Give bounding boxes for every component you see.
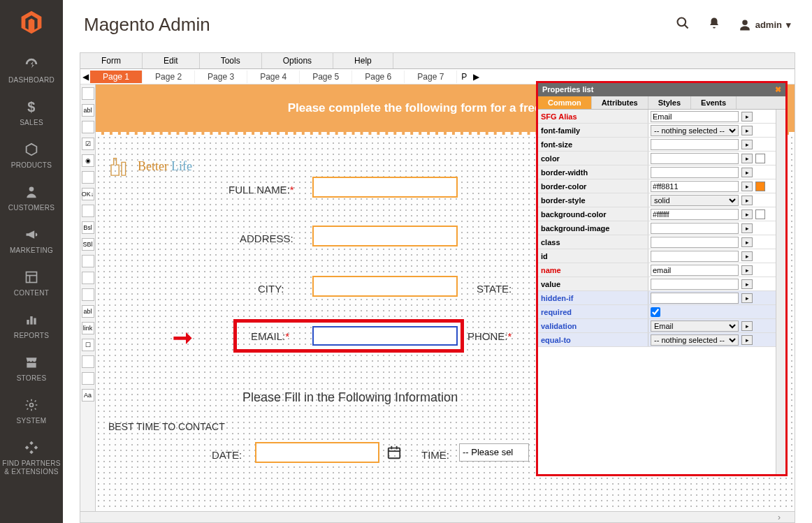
tool-6[interactable]: OK↓ [82, 188, 94, 200]
sidebar-item-content[interactable]: CONTENT [0, 262, 63, 304]
sidebar-item-reports[interactable]: REPORTS [0, 304, 63, 347]
prop-launch-icon[interactable]: ▸ [741, 112, 753, 121]
properties-titlebar[interactable]: Properties list ✖ [538, 84, 785, 96]
prop-input[interactable] [651, 265, 739, 276]
sidebar-item-partners[interactable]: FIND PARTNERS & EXTENSIONS [0, 432, 63, 483]
tool-17[interactable] [82, 372, 94, 385]
properties-tab-events[interactable]: Events [691, 96, 737, 109]
tool-16[interactable] [82, 355, 94, 368]
prop-launch-icon[interactable]: ▸ [741, 140, 753, 149]
input-full-name[interactable] [312, 177, 458, 198]
prop-launch-icon[interactable]: ▸ [741, 251, 753, 261]
menu-tools[interactable]: Tools [200, 53, 262, 68]
tool-2[interactable] [82, 121, 94, 133]
search-icon[interactable] [676, 16, 690, 34]
page-tab-4[interactable]: Page 4 [247, 71, 300, 83]
page-tab-3[interactable]: Page 3 [195, 71, 247, 83]
prop-select[interactable]: solid [651, 195, 739, 206]
page-tab-7[interactable]: Page 7 [405, 71, 457, 83]
color-swatch[interactable] [755, 182, 765, 191]
prop-launch-icon[interactable]: ▸ [741, 293, 753, 303]
page-tab-5[interactable]: Page 5 [300, 71, 352, 83]
page-next-arrow[interactable]: ▶ [471, 72, 481, 82]
tool-12[interactable] [82, 288, 94, 301]
sidebar-item-marketing[interactable]: MARKETING [0, 219, 63, 262]
tool-1[interactable]: abl [82, 104, 94, 117]
input-email[interactable] [312, 326, 458, 346]
prop-select[interactable]: Email [651, 321, 739, 332]
tool-0[interactable] [82, 87, 94, 100]
color-swatch[interactable] [755, 209, 765, 219]
tool-8[interactable]: Bsl [82, 221, 94, 234]
tool-4[interactable]: ◉ [82, 154, 94, 167]
prop-launch-icon[interactable]: ▸ [741, 223, 753, 233]
prop-launch-icon[interactable]: ▸ [741, 126, 753, 135]
prop-input[interactable] [651, 251, 739, 262]
prop-input[interactable] [651, 237, 739, 248]
prop-input[interactable] [651, 139, 739, 150]
calendar-icon[interactable] [386, 445, 402, 462]
tool-9[interactable]: SBl [82, 238, 94, 251]
prop-input[interactable] [651, 293, 739, 304]
editor-horizontal-scrollbar[interactable]: › [80, 511, 795, 522]
prop-select[interactable]: -- nothing selected -- [651, 125, 739, 136]
tool-15[interactable]: ☐ [82, 339, 94, 351]
input-date[interactable] [255, 442, 379, 463]
prop-launch-icon[interactable]: ▸ [741, 265, 753, 275]
sidebar-item-products[interactable]: PRODUCTS [0, 134, 63, 177]
sidebar-item-dashboard[interactable]: DASHBOARD [0, 49, 63, 91]
prop-input[interactable] [651, 167, 739, 178]
input-address[interactable] [312, 226, 458, 246]
page-tab-6[interactable]: Page 6 [352, 71, 405, 83]
tool-10[interactable] [82, 255, 94, 267]
sales-icon: $ [23, 98, 40, 115]
prop-input[interactable] [651, 223, 739, 234]
prop-input[interactable] [651, 279, 739, 290]
prop-select[interactable]: -- nothing selected -- [651, 334, 739, 346]
properties-grid: SFG Alias▸font-family-- nothing selected… [538, 110, 776, 474]
page-prev-arrow[interactable]: ◀ [80, 72, 90, 82]
prop-input[interactable] [651, 111, 739, 122]
notification-bell-icon[interactable] [708, 17, 720, 33]
sidebar-item-system[interactable]: SYSTEM [0, 390, 63, 432]
menu-edit[interactable]: Edit [143, 53, 200, 68]
tool-13[interactable]: abl [82, 305, 94, 318]
tool-18[interactable]: Aa [82, 389, 94, 402]
prop-checkbox[interactable] [651, 307, 660, 317]
select-time[interactable]: -- Please sel [459, 443, 529, 462]
properties-close-icon[interactable]: ✖ [775, 85, 781, 94]
menu-options[interactable]: Options [262, 53, 333, 68]
prop-launch-icon[interactable]: ▸ [741, 321, 753, 331]
color-swatch[interactable] [755, 154, 765, 163]
sidebar-item-customers[interactable]: CUSTOMERS [0, 177, 63, 219]
menu-form[interactable]: Form [80, 53, 143, 68]
page-tab-2[interactable]: Page 2 [143, 71, 195, 83]
prop-launch-icon[interactable]: ▸ [741, 196, 753, 205]
sidebar-item-sales[interactable]: $SALES [0, 91, 63, 134]
properties-tab-common[interactable]: Common [538, 96, 592, 109]
prop-launch-icon[interactable]: ▸ [741, 237, 753, 247]
prop-input[interactable] [651, 153, 739, 164]
properties-tab-styles[interactable]: Styles [648, 96, 691, 109]
prop-input[interactable] [651, 209, 739, 220]
tool-7[interactable] [82, 205, 94, 217]
properties-tab-attributes[interactable]: Attributes [592, 96, 648, 109]
tool-11[interactable] [82, 272, 94, 284]
prop-launch-icon[interactable]: ▸ [741, 182, 753, 191]
tool-5[interactable] [82, 171, 94, 184]
properties-scrollbar[interactable] [776, 110, 785, 474]
prop-launch-icon[interactable]: ▸ [741, 168, 753, 177]
menu-help[interactable]: Help [333, 53, 393, 68]
prop-launch-icon[interactable]: ▸ [741, 154, 753, 163]
prop-launch-icon[interactable]: ▸ [741, 335, 753, 345]
tool-3[interactable]: ☑ [82, 138, 94, 150]
user-menu[interactable]: admin ▾ [739, 19, 791, 31]
prop-input[interactable] [651, 181, 739, 192]
input-city[interactable] [312, 276, 458, 297]
sidebar-item-stores[interactable]: STORES [0, 347, 63, 390]
prop-row-background-color: background-color▸ [538, 207, 776, 221]
tool-14[interactable]: link [82, 322, 94, 334]
prop-launch-icon[interactable]: ▸ [741, 279, 753, 289]
prop-launch-icon[interactable]: ▸ [741, 209, 753, 219]
page-tab-1[interactable]: Page 1 [90, 71, 143, 83]
